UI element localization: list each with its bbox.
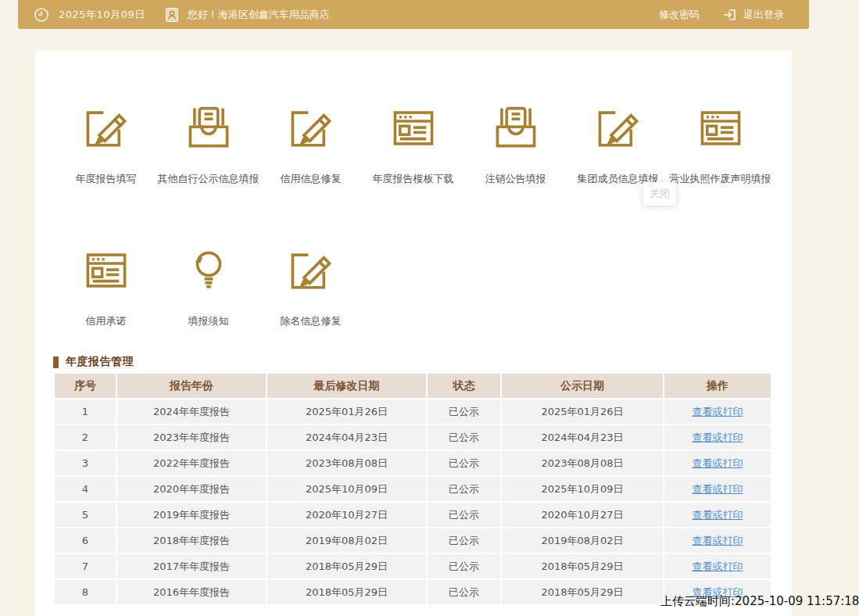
cell-modified: 2020年10月27日	[267, 503, 426, 527]
cell-year: 2019年年度报告	[117, 503, 266, 527]
edit-icon	[82, 106, 131, 151]
close-tooltip-button[interactable]: 关闭	[643, 182, 676, 206]
cell-year: 2024年年度报告	[117, 399, 266, 424]
user-badge-icon	[164, 7, 180, 23]
cell-year: 2016年年度报告	[117, 580, 266, 604]
menu-item[interactable]: 年度报告填写	[55, 106, 157, 186]
menu-item[interactable]: 其他自行公示信息填报	[157, 106, 259, 186]
view-print-link[interactable]: 查看或打印	[693, 432, 743, 443]
view-print-link[interactable]: 查看或打印	[693, 535, 743, 546]
main-card: 年度报告填写其他自行公示信息填报信用信息修复年度报告模板下载注销公告填报集团成员…	[35, 51, 792, 616]
menu-item[interactable]: 除名信息修复	[259, 248, 362, 328]
table-row: 22023年年度报告2024年04月23日已公示2024年04月23日查看或打印	[55, 425, 771, 449]
menu-item-label: 年度报告模板下载	[373, 172, 454, 186]
view-print-link[interactable]: 查看或打印	[693, 406, 743, 417]
menu-row-1: 年度报告填写其他自行公示信息填报信用信息修复年度报告模板下载注销公告填报集团成员…	[55, 106, 771, 186]
cell-modified: 2025年10月09日	[267, 477, 426, 501]
menu-item-label: 年度报告填写	[76, 172, 137, 186]
menu-item-label: 信用承诺	[86, 314, 127, 328]
form-icon	[389, 106, 438, 151]
col-status: 状态	[428, 374, 500, 398]
change-password-link[interactable]: 修改密码	[659, 8, 700, 22]
cell-published: 2023年08月08日	[502, 451, 663, 475]
menu-item[interactable]: 营业执照作废声明填报	[669, 106, 771, 186]
topbar-date: 2025年10月09日	[59, 8, 145, 22]
upload-cloud-timestamp: 上传云端时间:2025-10-09 11:57:18	[660, 594, 859, 609]
cell-no: 2	[55, 425, 116, 449]
cell-modified: 2025年01月26日	[267, 399, 426, 424]
cell-published: 2018年05月29日	[502, 580, 663, 604]
inbox-icon	[492, 106, 540, 151]
menu-item-label: 营业执照作废声明填报	[670, 172, 771, 186]
menu-item[interactable]: 年度报告模板下载	[362, 106, 464, 186]
cell-no: 3	[55, 451, 116, 475]
cell-no: 8	[55, 580, 116, 604]
form-icon	[696, 106, 745, 151]
report-table-body: 12024年年度报告2025年01月26日已公示2025年01月26日查看或打印…	[55, 399, 771, 604]
menu-item-label: 除名信息修复	[281, 314, 342, 328]
menu-item[interactable]: 集团成员信息填报	[567, 106, 669, 186]
cell-year: 2018年年度报告	[117, 528, 266, 553]
cell-action: 查看或打印	[664, 528, 771, 553]
logout-link[interactable]: 退出登录	[743, 8, 784, 22]
col-no: 序号	[55, 374, 116, 398]
inbox-icon	[184, 106, 233, 151]
section-header: 年度报告管理	[53, 355, 134, 369]
table-row: 12024年年度报告2025年01月26日已公示2025年01月26日查看或打印	[55, 399, 771, 424]
form-icon	[82, 248, 131, 293]
menu-item-label: 信用信息修复	[281, 172, 342, 186]
menu-item[interactable]: 信用承诺	[55, 248, 157, 328]
table-header-row: 序号 报告年份 最后修改日期 状态 公示日期 操作	[55, 374, 771, 398]
cell-status: 已公示	[428, 425, 500, 449]
close-tooltip-label: 关闭	[650, 187, 670, 201]
menu-item-label: 填报须知	[188, 314, 229, 328]
menu-item[interactable]: 填报须知	[157, 248, 259, 328]
menu-item[interactable]: 注销公告填报	[464, 106, 567, 186]
menu-item[interactable]: 信用信息修复	[259, 106, 362, 186]
topbar-greeting: 您好！海港区创鑫汽车用品商店	[188, 8, 330, 22]
cell-action: 查看或打印	[664, 477, 771, 501]
view-print-link[interactable]: 查看或打印	[693, 560, 743, 572]
table-row: 62018年年度报告2019年08月02日已公示2019年08月02日查看或打印	[55, 528, 771, 553]
cell-published: 2024年04月23日	[502, 425, 663, 449]
cell-status: 已公示	[428, 554, 500, 578]
table-row: 72017年年度报告2018年05月29日已公示2018年05月29日查看或打印	[55, 554, 771, 578]
edit-icon	[287, 248, 335, 293]
cell-modified: 2018年05月29日	[267, 580, 426, 604]
clock-icon	[34, 7, 49, 23]
cell-modified: 2023年08月08日	[267, 451, 426, 475]
cell-year: 2022年年度报告	[117, 451, 266, 475]
cell-action: 查看或打印	[664, 399, 771, 424]
cell-no: 1	[55, 399, 116, 424]
cell-modified: 2019年08月02日	[267, 528, 426, 553]
view-print-link[interactable]: 查看或打印	[693, 483, 743, 495]
cell-modified: 2018年05月29日	[267, 554, 426, 578]
cell-status: 已公示	[428, 477, 500, 501]
cell-status: 已公示	[428, 503, 500, 527]
cell-no: 4	[55, 477, 116, 501]
table-row: 52019年年度报告2020年10月27日已公示2020年10月27日查看或打印	[55, 503, 771, 527]
menu-row-2: 信用承诺填报须知除名信息修复	[55, 248, 362, 328]
cell-published: 2025年10月09日	[502, 477, 663, 501]
section-accent-bar	[53, 356, 59, 368]
cell-action: 查看或打印	[664, 554, 771, 578]
cell-year: 2020年年度报告	[117, 477, 266, 501]
table-row: 32022年年度报告2023年08月08日已公示2023年08月08日查看或打印	[55, 451, 771, 475]
cell-published: 2019年08月02日	[502, 528, 663, 553]
edit-icon	[287, 106, 335, 151]
cell-published: 2025年01月26日	[502, 399, 663, 424]
logout-icon[interactable]	[723, 8, 737, 22]
cell-no: 6	[55, 528, 116, 553]
cell-no: 5	[55, 503, 116, 527]
cell-year: 2023年年度报告	[117, 425, 266, 449]
menu-item-label: 其他自行公示信息填报	[158, 172, 259, 186]
cell-status: 已公示	[428, 399, 500, 424]
view-print-link[interactable]: 查看或打印	[693, 509, 743, 521]
cell-status: 已公示	[428, 451, 500, 475]
col-modified: 最后修改日期	[267, 374, 426, 398]
cell-no: 7	[55, 554, 116, 578]
col-year: 报告年份	[117, 374, 266, 398]
cell-action: 查看或打印	[664, 425, 771, 449]
view-print-link[interactable]: 查看或打印	[693, 457, 743, 469]
col-published: 公示日期	[502, 374, 663, 398]
